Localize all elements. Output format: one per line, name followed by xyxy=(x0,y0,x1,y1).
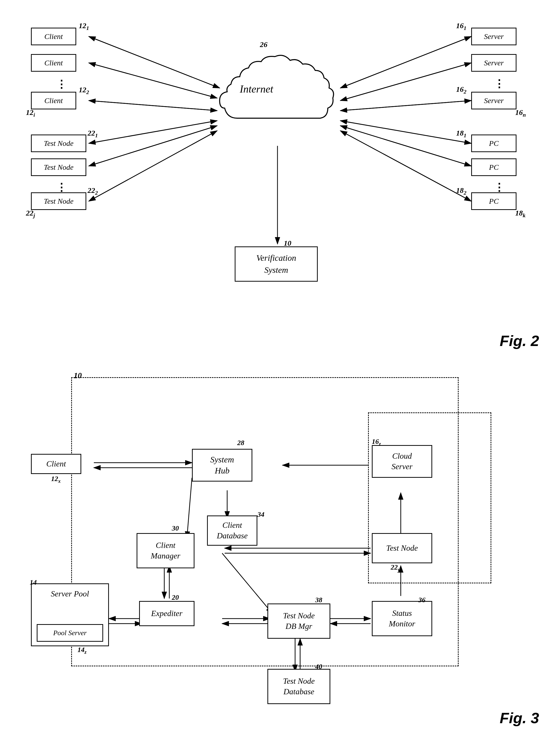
ref-34: 34 xyxy=(257,510,264,518)
ref-28: 28 xyxy=(237,439,244,447)
svg-line-5 xyxy=(89,63,217,98)
ref-22-1: 221 xyxy=(88,129,98,139)
fig2-diagram: Internet 26 10 Client 121 Client ⋮ Clien… xyxy=(16,10,544,352)
svg-line-24 xyxy=(340,131,471,201)
svg-line-9 xyxy=(89,121,217,143)
ref-38: 38 xyxy=(315,596,322,604)
test-node-box: Test Node xyxy=(372,533,432,563)
svg-line-4 xyxy=(89,63,217,98)
svg-line-23 xyxy=(340,126,471,166)
expediter-box: Expediter xyxy=(139,601,194,626)
cloud-shape xyxy=(212,45,338,146)
svg-line-22 xyxy=(340,126,471,166)
fig2-label: Fig. 2 xyxy=(500,332,539,350)
pc-dots: ⋮ xyxy=(494,181,504,193)
ref-12-1: 121 xyxy=(79,21,89,31)
svg-line-21 xyxy=(340,121,471,143)
server-pool-box: Server Pool Pool Server xyxy=(31,583,109,646)
client-dots: ⋮ xyxy=(56,78,67,90)
client-1: Client xyxy=(31,28,76,45)
test-node-2: Test Node xyxy=(31,158,86,176)
ref-16z: 16z xyxy=(372,437,381,447)
svg-line-7 xyxy=(89,101,217,111)
internet-label: Internet xyxy=(240,83,273,95)
ref-36: 36 xyxy=(418,596,425,604)
pc-1: PC xyxy=(471,135,516,152)
ref-10-fig2: 10 xyxy=(284,239,291,248)
svg-line-17 xyxy=(340,63,471,101)
fig3-diagram: 10 Client 12x SystemHub 28 ClientDatabas… xyxy=(16,357,544,729)
server-dots: ⋮ xyxy=(494,77,504,90)
svg-line-6 xyxy=(89,101,217,111)
verification-system: VerificationSystem xyxy=(235,247,318,282)
ref-20: 20 xyxy=(172,593,179,601)
cloud-server-box: CloudServer xyxy=(372,445,432,478)
pc-3: PC xyxy=(471,192,516,210)
client-3: Client xyxy=(31,92,76,109)
client-2: Client xyxy=(31,54,76,72)
ref-18-2: 182 xyxy=(456,186,466,196)
client-box: Client xyxy=(31,454,81,474)
ref-40: 40 xyxy=(315,663,322,671)
ref-10-fig3: 10 xyxy=(74,371,82,380)
svg-line-2 xyxy=(89,36,220,88)
svg-line-13 xyxy=(89,131,217,201)
svg-line-25 xyxy=(340,131,471,201)
ref-14z: 14z xyxy=(77,646,87,655)
svg-line-15 xyxy=(340,36,471,88)
ref-22y: 22y xyxy=(391,563,400,572)
page: Internet 26 10 Client 121 Client ⋮ Clien… xyxy=(0,0,560,734)
pool-server-box: Pool Server xyxy=(37,624,103,642)
ref-12x: 12x xyxy=(51,475,61,484)
client-database-box: ClientDatabase xyxy=(207,515,257,546)
svg-line-11 xyxy=(89,126,217,166)
svg-line-3 xyxy=(89,36,220,88)
svg-line-10 xyxy=(89,126,217,166)
ref-18-1: 181 xyxy=(456,129,466,139)
server-1: Server xyxy=(471,28,516,45)
ref-30: 30 xyxy=(172,524,179,532)
ref-18-k: 18k xyxy=(515,209,526,219)
server-2: Server xyxy=(471,54,516,72)
ref-16-1: 161 xyxy=(456,21,466,31)
svg-line-14 xyxy=(340,36,471,88)
ref-22-2: 222 xyxy=(88,186,98,196)
ref-12-2: 122 xyxy=(79,86,89,96)
system-hub-box: SystemHub xyxy=(192,449,252,481)
svg-line-8 xyxy=(89,121,217,143)
ref-12-i: 12i xyxy=(26,108,35,118)
test-node-db-mgr-box: Test NodeDB Mgr xyxy=(267,603,330,639)
ref-14: 14 xyxy=(30,578,37,586)
ref-22-j: 22j xyxy=(26,209,35,219)
test-node-1: Test Node xyxy=(31,135,86,152)
svg-line-20 xyxy=(340,121,471,143)
test-node-database-box: Test NodeDatabase xyxy=(267,669,330,704)
testnode-dots: ⋮ xyxy=(56,181,67,193)
ref-26: 26 xyxy=(260,40,267,49)
svg-line-12 xyxy=(89,131,217,201)
ref-16-n: 16n xyxy=(515,108,526,118)
svg-line-19 xyxy=(340,101,471,111)
status-monitor-box: StatusMonitor xyxy=(372,601,432,636)
test-node-3: Test Node xyxy=(31,192,86,210)
server-3: Server xyxy=(471,92,516,109)
pc-2: PC xyxy=(471,158,516,176)
svg-line-16 xyxy=(340,63,471,101)
ref-16-2: 162 xyxy=(456,85,466,95)
svg-line-18 xyxy=(340,101,471,111)
server-pool-label: Server Pool xyxy=(51,589,89,598)
fig3-label: Fig. 3 xyxy=(500,709,539,727)
client-manager-box: ClientManager xyxy=(137,533,194,568)
